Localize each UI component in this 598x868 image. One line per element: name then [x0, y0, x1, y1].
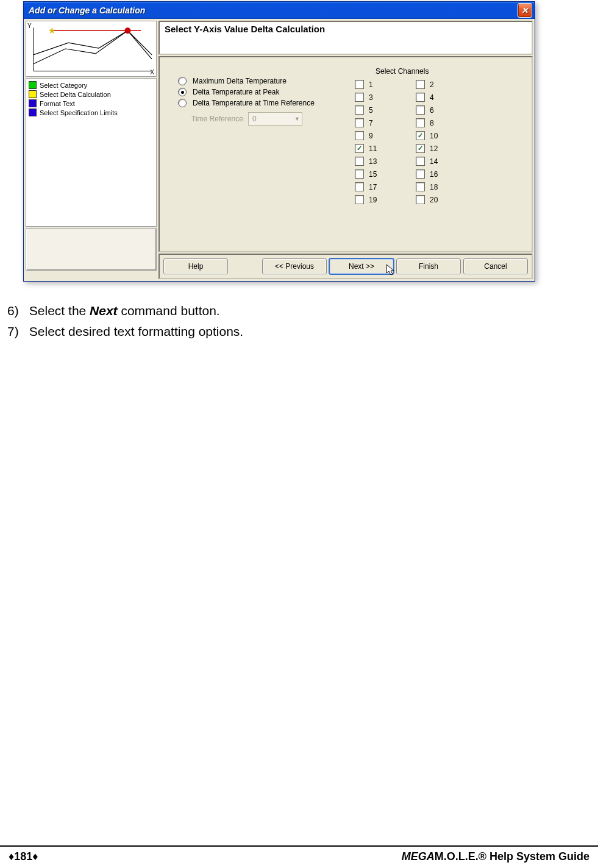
- step-number: 6): [7, 304, 26, 318]
- channel-checkbox-12[interactable]: ✓12: [416, 144, 477, 153]
- checkbox-icon: [355, 169, 364, 179]
- checkbox-icon: [355, 93, 364, 102]
- checkbox-icon: [355, 118, 364, 127]
- channel-checkbox-6[interactable]: 6: [416, 105, 477, 115]
- channel-checkbox-10[interactable]: ✓10: [416, 131, 477, 140]
- wizard-buttons: Help << Previous Next >> Finish Cancel: [158, 254, 533, 279]
- close-icon[interactable]: ✕: [518, 3, 532, 18]
- channel-checkbox-1[interactable]: 1: [355, 80, 416, 89]
- radio-icon: [178, 77, 187, 85]
- channel-checkbox-5[interactable]: 5: [355, 105, 416, 115]
- checkbox-icon: [355, 195, 364, 204]
- cursor-icon: [386, 264, 396, 279]
- channel-checkbox-14[interactable]: 14: [416, 157, 477, 166]
- channel-checkbox-17[interactable]: 17: [355, 182, 416, 191]
- channels-panel: Select Channels 123456789✓10✓11✓12131415…: [355, 67, 477, 204]
- channels-heading: Select Channels: [376, 67, 477, 76]
- channel-checkbox-20[interactable]: 20: [416, 195, 477, 204]
- channel-checkbox-18[interactable]: 18: [416, 182, 477, 191]
- next-button[interactable]: Next >>: [329, 258, 394, 274]
- checkbox-icon: ✓: [416, 144, 425, 153]
- channel-checkbox-9[interactable]: 9: [355, 131, 416, 140]
- step-content: Maximum Delta Temperature Delta Temperat…: [158, 56, 533, 252]
- dialog-screenshot: Add or Change a Calculation ✕ Y X: [23, 1, 535, 282]
- step-header: Select Y-Axis Value Delta Calculation: [158, 21, 533, 55]
- preview-graph: Y X ★: [26, 21, 157, 77]
- window-title: Add or Change a Calculation: [29, 5, 518, 15]
- chevron-down-icon: ▼: [294, 116, 300, 122]
- channel-checkbox-8[interactable]: 8: [416, 118, 477, 127]
- y-axis-label: Y: [27, 23, 32, 29]
- radio-icon: [178, 99, 187, 107]
- checkbox-icon: [355, 80, 364, 89]
- checkbox-icon: [416, 105, 425, 115]
- checkbox-icon: [355, 182, 364, 191]
- time-reference-combo[interactable]: 0 ▼: [248, 112, 302, 126]
- checkbox-icon: [355, 157, 364, 166]
- radio-icon: [178, 88, 187, 96]
- channel-checkbox-16[interactable]: 16: [416, 169, 477, 179]
- x-axis-label: X: [150, 69, 154, 76]
- channel-checkbox-7[interactable]: 7: [355, 118, 416, 127]
- page-number: 181: [9, 850, 38, 863]
- square-icon: [29, 90, 37, 98]
- legend-item: Select Specification Limits: [29, 108, 154, 116]
- square-icon: [29, 99, 37, 107]
- cancel-button[interactable]: Cancel: [463, 258, 528, 274]
- checkbox-icon: [355, 105, 364, 115]
- svg-point-3: [124, 27, 130, 34]
- checkbox-icon: [416, 157, 425, 166]
- checkbox-icon: [416, 182, 425, 191]
- finish-button[interactable]: Finish: [396, 258, 461, 274]
- legend-item: Select Delta Calculation: [29, 90, 154, 98]
- checkbox-icon: [416, 169, 425, 179]
- svg-text:★: ★: [48, 26, 56, 35]
- channel-checkbox-2[interactable]: 2: [416, 80, 477, 89]
- channel-checkbox-13[interactable]: 13: [355, 157, 416, 166]
- checkbox-icon: ✓: [355, 144, 364, 153]
- checkbox-icon: [416, 93, 425, 102]
- footer-title: MEGAM.O.L.E.® Help System Guide: [402, 850, 589, 863]
- previous-button[interactable]: << Previous: [262, 258, 327, 274]
- help-button[interactable]: Help: [163, 258, 228, 274]
- instruction-text: 6) Select the Next command button. 7) Se…: [7, 304, 598, 339]
- checkbox-icon: [355, 131, 364, 140]
- channel-checkbox-11[interactable]: ✓11: [355, 144, 416, 153]
- titlebar: Add or Change a Calculation ✕: [24, 2, 535, 19]
- legend-item: Format Text: [29, 99, 154, 107]
- memo-panel: [26, 228, 157, 271]
- checkbox-icon: [416, 118, 425, 127]
- legend-item: Select Category: [29, 81, 154, 89]
- channel-checkbox-15[interactable]: 15: [355, 169, 416, 179]
- channel-checkbox-19[interactable]: 19: [355, 195, 416, 204]
- checkbox-icon: [416, 195, 425, 204]
- checkbox-icon: [416, 80, 425, 89]
- channel-checkbox-3[interactable]: 3: [355, 93, 416, 102]
- channel-checkbox-4[interactable]: 4: [416, 93, 477, 102]
- page-footer: 181 MEGAM.O.L.E.® Help System Guide: [0, 845, 598, 863]
- step-number: 7): [7, 324, 26, 339]
- square-icon: [29, 81, 37, 89]
- square-icon: [29, 108, 37, 116]
- wizard-steps-legend: Select Category Select Delta Calculation…: [26, 78, 157, 227]
- checkbox-icon: ✓: [416, 131, 425, 140]
